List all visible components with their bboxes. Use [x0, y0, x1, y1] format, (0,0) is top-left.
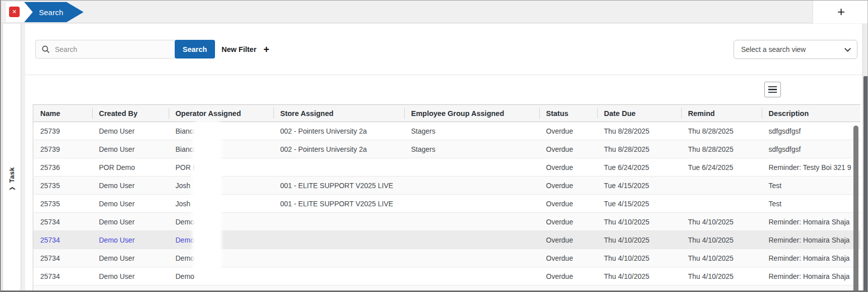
cell-store[interactable] [273, 213, 404, 231]
cell-remind[interactable]: Thu 4/10/2025 [681, 231, 762, 249]
cell-remind[interactable]: Tue 6/24/2025 [681, 158, 762, 177]
cell-created-by[interactable]: Demo User [92, 122, 169, 140]
cell-remind[interactable] [681, 177, 762, 195]
cell-name[interactable]: 25734 [33, 213, 92, 231]
table-row[interactable]: 25734Demo UserDemoOverdueThu 4/10/2025Th… [33, 267, 860, 285]
new-filter-button[interactable]: New Filter + [222, 40, 269, 59]
cell-date-due[interactable]: Thu 8/28/2025 [597, 122, 681, 140]
task-panel-toggle[interactable]: ❯ Task [5, 159, 18, 199]
cell-created-by[interactable]: Demo User [92, 177, 169, 195]
search-button[interactable]: Search [175, 40, 215, 59]
cell-created-by[interactable]: Demo User [92, 285, 169, 292]
cell-operator[interactable]: Demo [169, 213, 273, 231]
cell-description[interactable]: Reminder: Homaira Shaja [762, 267, 860, 285]
cell-name[interactable]: 25734 [33, 231, 92, 249]
cell-store[interactable] [273, 158, 404, 177]
cell-operator[interactable]: Demo [169, 267, 273, 285]
table-row[interactable]: 25734Demo UserDemoOverdueThu 4/10/2025Th… [33, 249, 860, 267]
cell-date-due[interactable]: Thu 8/28/2025 [597, 140, 681, 158]
cell-remind[interactable] [681, 285, 762, 292]
column-header-remind[interactable]: Remind [681, 105, 762, 122]
search-input[interactable] [50, 45, 151, 53]
cell-store[interactable]: 001 - ELITE SUPPORT V2025 LIVE [273, 177, 404, 195]
cell-status[interactable]: Overdue [539, 158, 597, 177]
cell-status[interactable]: Overdue [539, 231, 597, 249]
cell-name[interactable]: 25735 [33, 177, 92, 195]
cell-status[interactable]: Overdue [539, 122, 597, 140]
table-row[interactable]: 25735Demo UserJosh001 - ELITE SUPPORT V2… [33, 195, 860, 213]
cell-status[interactable]: Overdue [539, 140, 597, 158]
cell-date-due[interactable]: Tue 4/15/2025 [597, 177, 681, 195]
column-header-store-assigned[interactable]: Store Assigned [273, 105, 404, 122]
cell-date-due[interactable]: Mon 12/23/2024 [597, 285, 681, 292]
cell-date-due[interactable]: Thu 4/10/2025 [597, 213, 681, 231]
cell-created-by[interactable]: Demo User [92, 267, 169, 285]
column-header-created-by[interactable]: Created By [92, 105, 169, 122]
cell-description[interactable]: Reminder: Homaira Shaja [762, 213, 860, 231]
cell-store[interactable] [273, 267, 404, 285]
cell-name[interactable]: 25739 [33, 122, 92, 140]
column-header-status[interactable]: Status [539, 105, 597, 122]
cell-employee-group[interactable]: Stagers [404, 122, 539, 140]
cell-date-due[interactable]: Thu 4/10/2025 [597, 231, 681, 249]
cell-created-by[interactable]: POR Demo [92, 158, 169, 177]
cell-operator[interactable]: Troy Wallis [169, 285, 273, 292]
cell-description[interactable]: Test [762, 195, 860, 213]
cell-date-due[interactable]: Tue 4/15/2025 [597, 195, 681, 213]
cell-description[interactable]: Reminder: Homaira Shaja [762, 231, 860, 249]
cell-created-by[interactable]: Demo User [92, 249, 169, 267]
cell-remind[interactable] [681, 195, 762, 213]
cell-created-by[interactable]: Demo User [92, 195, 169, 213]
cell-name[interactable]: 25735 [33, 195, 92, 213]
cell-remind[interactable]: Thu 4/10/2025 [681, 213, 762, 231]
cell-employee-group[interactable] [404, 195, 539, 213]
grid-menu-button[interactable] [764, 82, 781, 97]
cell-name[interactable]: 25734 [33, 249, 92, 267]
column-header-date-due[interactable]: Date Due [597, 105, 681, 122]
cell-description[interactable]: Email invoice [762, 285, 860, 292]
cell-employee-group[interactable] [404, 285, 539, 292]
cell-employee-group[interactable] [404, 231, 539, 249]
cell-status[interactable]: Overdue [539, 285, 597, 292]
table-row[interactable]: 25734Demo UserDemoOverdueThu 4/10/2025Th… [33, 213, 860, 231]
cell-remind[interactable]: Thu 8/28/2025 [681, 122, 762, 140]
cell-employee-group[interactable] [404, 213, 539, 231]
cell-operator[interactable]: Demo [169, 231, 273, 249]
cell-created-by[interactable]: Demo User [92, 231, 169, 249]
cell-operator[interactable]: Bianca [169, 140, 273, 158]
cell-store[interactable]: 002 - Pointers University 2a [273, 140, 404, 158]
column-header-operator-assigned[interactable]: Operator Assigned [169, 105, 273, 122]
cell-operator[interactable]: Bianca [169, 122, 273, 140]
cell-employee-group[interactable]: Stagers [404, 140, 539, 158]
cell-name[interactable]: 25733 [33, 285, 92, 292]
cell-status[interactable]: Overdue [539, 249, 597, 267]
cell-description[interactable]: Reminder: Homaira Shaja [762, 249, 860, 267]
cell-name[interactable]: 25736 [33, 158, 92, 177]
table-row[interactable]: 25739Demo UserBianca002 - Pointers Unive… [33, 122, 860, 140]
cell-employee-group[interactable] [404, 158, 539, 177]
cell-status[interactable]: Overdue [539, 267, 597, 285]
add-tab-button[interactable]: + [813, 1, 868, 23]
cell-description[interactable]: sdfgsdfgsf [762, 140, 860, 158]
close-icon[interactable]: ✕ [9, 7, 20, 17]
column-header-description[interactable]: Description [762, 105, 860, 122]
cell-status[interactable]: Overdue [539, 177, 597, 195]
cell-operator[interactable]: POR D [169, 158, 273, 177]
cell-description[interactable]: sdfgsdfgsf [762, 122, 860, 140]
cell-employee-group[interactable] [404, 249, 539, 267]
cell-name[interactable]: 25734 [33, 267, 92, 285]
column-header-name[interactable]: Name [33, 105, 92, 122]
cell-date-due[interactable]: Thu 4/10/2025 [597, 249, 681, 267]
cell-date-due[interactable]: Tue 6/24/2025 [597, 158, 681, 177]
cell-operator[interactable]: Demo [169, 249, 273, 267]
column-header-employee-group-assigned[interactable]: Employee Group Assigned [404, 105, 539, 122]
cell-remind[interactable]: Thu 4/10/2025 [681, 249, 762, 267]
table-row[interactable]: 25734Demo UserDemoOverdueThu 4/10/2025Th… [33, 231, 860, 249]
cell-operator[interactable]: Josh [169, 177, 273, 195]
cell-name[interactable]: 25739 [33, 140, 92, 158]
search-view-select[interactable]: Select a search view [734, 40, 857, 59]
cell-description[interactable]: Test [762, 177, 860, 195]
page-scrollbar-track[interactable] [862, 24, 868, 292]
table-row[interactable]: 25735Demo UserJosh001 - ELITE SUPPORT V2… [33, 177, 860, 195]
table-row[interactable]: 25739Demo UserBianca002 - Pointers Unive… [33, 140, 860, 158]
